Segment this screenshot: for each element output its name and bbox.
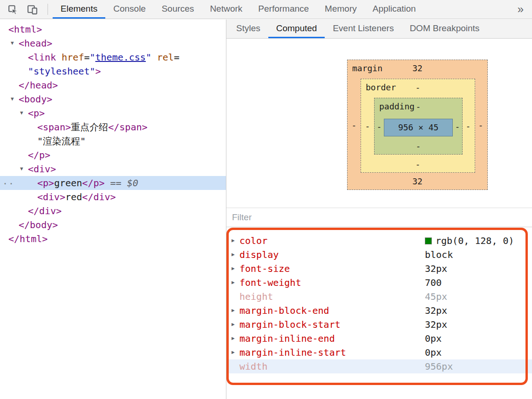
dom-tree-row[interactable]: ▼<body> [0,92,226,106]
sidebar-tab-computed[interactable]: Computed [268,20,325,38]
tab-sources[interactable]: Sources [154,0,202,19]
tab-console[interactable]: Console [105,0,154,19]
border-bottom-value[interactable]: - [416,159,421,169]
sidebar-tab-styles[interactable]: Styles [228,20,268,38]
expand-arrow-icon[interactable]: ▼ [20,106,23,120]
computed-property-row[interactable]: ▶margin-block-start32px [226,318,532,331]
property-value: 32px [425,304,447,318]
toolbar-icon-group [0,0,48,19]
computed-property-row[interactable]: ▶font-size32px [226,262,532,276]
dom-tree-row[interactable]: <div>red</div> [0,190,226,204]
dom-token: <body> [19,94,52,105]
filter-input[interactable] [232,212,526,223]
dom-token: </p> [28,149,50,161]
dom-token: <link [28,52,56,63]
expand-arrow-icon[interactable]: ▼ [11,92,14,106]
tab-elements[interactable]: Elements [53,0,105,19]
dom-token: rel [157,52,174,63]
padding-top-value[interactable]: - [416,101,421,111]
expand-arrow-icon[interactable]: ▶ [232,234,235,248]
devtools-tab-strip: ElementsConsoleSourcesNetworkPerformance… [53,0,424,19]
dom-tree-row[interactable]: ..<p>green</p> == $0 [0,176,226,190]
expand-arrow-icon[interactable]: ▶ [232,304,235,318]
property-value: 0px [425,331,442,345]
computed-property-row[interactable]: ▶margin-inline-end0px [226,331,532,345]
expand-arrow-icon[interactable]: ▶ [232,262,235,276]
property-value: 45px [425,290,447,304]
dom-token: " [146,52,151,63]
property-value: 32px [425,318,447,331]
expand-arrow-icon[interactable]: ▶ [232,345,235,359]
device-toolbar-icon[interactable] [25,2,39,16]
dom-tree-row[interactable]: <html> [0,22,226,36]
dom-tree-row[interactable]: </p> [0,148,226,162]
expand-arrow-icon[interactable]: ▼ [20,162,23,176]
dom-tree-row[interactable]: ▼<p> [0,106,226,120]
margin-bottom-value[interactable]: 32 [412,176,423,186]
margin-top-value[interactable]: 32 [412,63,423,73]
property-name: display [239,249,279,260]
computed-property-row[interactable]: ▶colorrgb(0, 128, 0) [226,234,532,248]
dom-tree-row[interactable]: ▼<div> [0,162,226,176]
dom-tree: <html>▼<head><link href="theme.css" rel=… [0,20,226,246]
margin-left-value[interactable]: - [352,120,357,130]
property-name: height [239,291,273,302]
tab-network[interactable]: Network [202,0,251,19]
dom-tree-row[interactable]: </div> [0,204,226,218]
dom-tree-row[interactable]: </body> [0,218,226,232]
dom-tree-row[interactable]: </html> [0,232,226,246]
computed-property-row[interactable]: width956px [226,359,532,373]
tab-performance[interactable]: Performance [250,0,317,19]
dom-token: <div> [28,163,56,175]
dom-tree-row[interactable]: <span>重点介绍</span> [0,120,226,134]
styles-sidebar-panel: StylesComputedEvent ListenersDOM Breakpo… [226,20,532,399]
property-value: block [425,248,453,262]
dom-tree-row[interactable]: "stylesheet"> [0,64,226,78]
padding-left-value[interactable]: - [377,122,382,131]
box-model-padding[interactable]: padding - - - - 956 × 45 [374,98,463,155]
tab-application[interactable]: Application [365,0,424,19]
dom-tree-row[interactable]: <link href="theme.css" rel= [0,50,226,64]
computed-property-row[interactable]: height45px [226,290,532,304]
toolbar-separator [48,4,48,15]
property-name: font-weight [239,277,301,288]
dom-token: == [105,177,127,189]
dom-token: red [65,191,82,203]
computed-property-row[interactable]: ▶font-weight700 [226,276,532,290]
computed-property-row[interactable]: ▶margin-inline-start0px [226,345,532,359]
inspect-icon[interactable] [6,2,20,16]
selected-row-dots-icon[interactable]: .. [2,174,14,188]
tab-memory[interactable]: Memory [317,0,365,19]
padding-bottom-value[interactable]: - [416,141,421,151]
dom-token: theme.css [95,52,146,63]
expand-arrow-icon[interactable]: ▶ [232,331,235,345]
expand-arrow-icon[interactable]: ▼ [11,36,14,50]
property-name: margin-inline-end [239,333,335,344]
computed-property-row[interactable]: ▶margin-block-end32px [226,304,532,318]
border-left-value[interactable]: - [365,121,370,131]
expand-arrow-icon[interactable]: ▶ [232,318,235,331]
dom-token: </head> [19,80,58,91]
property-value: 700 [425,276,442,290]
dom-tree-row[interactable]: "渲染流程" [0,134,226,148]
dom-tree-row[interactable]: ▼<head> [0,36,226,50]
box-model-content[interactable]: 956 × 45 [384,119,453,136]
more-tabs-button[interactable]: » [509,0,532,19]
dom-token: = [174,52,179,63]
padding-right-value[interactable]: - [455,122,460,131]
sidebar-tab-event-listeners[interactable]: Event Listeners [325,20,402,38]
box-model-margin[interactable]: margin 32 32 - - border - - - - padding … [347,60,488,190]
border-top-value[interactable]: - [416,82,421,92]
expand-arrow-icon[interactable]: ▶ [232,248,235,262]
border-right-value[interactable]: - [466,121,471,131]
sidebar-tab-dom-breakpoints[interactable]: DOM Breakpoints [402,20,487,38]
property-name: color [239,235,267,246]
computed-property-row[interactable]: ▶displayblock [226,248,532,262]
dom-tree-row[interactable]: </head> [0,78,226,92]
dom-token: <head> [19,38,52,49]
dom-token: </div> [28,205,61,216]
expand-arrow-icon[interactable]: ▶ [232,276,235,290]
sidebar-tab-strip: StylesComputedEvent ListenersDOM Breakpo… [226,20,532,39]
margin-right-value[interactable]: - [478,120,484,130]
box-model-border[interactable]: border - - - - padding - - - - 956 × 45 [361,79,475,173]
